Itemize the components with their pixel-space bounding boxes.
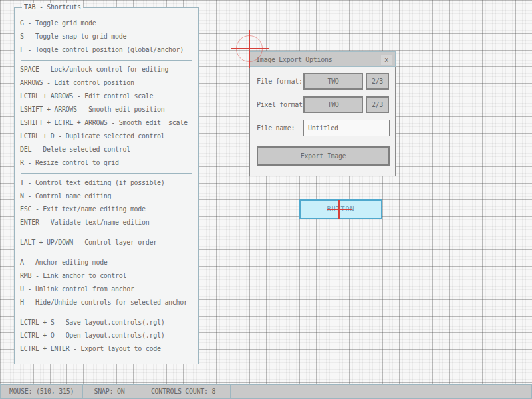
export-image-button[interactable]: Export Image [257,146,390,166]
pixel-format-spinner[interactable]: 2/3 [366,96,389,113]
shortcut-line: T - Control text editing (if possible) [20,176,193,190]
shortcut-line: S - Toggle snap to grid mode [20,30,193,43]
file-format-label: File format: [257,73,303,90]
close-icon[interactable]: x [381,55,392,65]
pixel-format-dropdown[interactable]: TWO [303,96,363,113]
shortcuts-divider [20,229,193,236]
shortcut-line: LCTRL + ARROWS - Edit control scale [20,90,193,103]
anchor-cross-icon [249,30,250,68]
shortcut-line: LSHIFT + ARROWS - Smooth edit position [20,103,193,116]
dialog-titlebar[interactable]: Image Export Options x [249,51,396,67]
shortcut-line: LCTRL + O - Open layout.controls(.rgl) [20,329,193,342]
status-bar: MOUSE: (510, 315) SNAP: ON CONTROLS COUN… [0,384,532,399]
file-format-spinner[interactable]: 2/3 [366,73,389,90]
status-empty-segment [230,384,532,399]
shortcut-line: LALT + UP/DOWN - Control layer order [20,236,193,249]
shortcut-line: R - Resize control to grid [20,156,193,170]
status-snap-mode: SNAP: ON [82,384,136,399]
shortcut-line: LCTRL + D - Duplicate selected control [20,130,193,143]
shortcut-line: U - Unlink control from anchor [20,283,193,296]
shortcuts-divider [20,57,193,63]
file-name-input[interactable]: Untitled [303,120,390,136]
shortcut-line: N - Control name editing [20,190,193,203]
shortcut-line: G - Toggle grid mode [20,17,193,30]
file-name-label: File name: [257,120,295,136]
shortcut-line: LCTRL + ENTER - Export layout to code [20,342,193,356]
shortcut-line: ARROWS - Edit control position [20,76,193,90]
shortcut-line: RMB - Link anchor to control [20,269,193,283]
shortcut-line: ESC - Exit text/name editing mode [20,203,193,216]
shortcuts-panel-title: TAB - Shortcuts [22,3,83,11]
shortcuts-list: G - Toggle grid modeS - Toggle snap to g… [20,17,193,356]
shortcut-line: LSHIFT + LCTRL + ARROWS - Smooth edit sc… [20,116,193,130]
dialog-title: Image Export Options [256,52,332,68]
shortcut-line: A - Anchor editing mode [20,256,193,269]
status-mouse-position: MOUSE: (510, 315) [0,384,83,399]
status-controls-count: CONTROLS COUNT: 8 [136,384,231,399]
shortcuts-divider [20,249,193,256]
shortcut-line: DEL - Delete selected control [20,143,193,156]
shortcuts-divider [20,170,193,176]
shortcut-line: H - Hide/Unhide controls for selected an… [20,296,193,309]
shortcut-line: F - Toggle control position (global/anch… [20,43,193,57]
shortcut-line: SPACE - Lock/unlock control for editing [20,63,193,76]
rguilayout-app: TAB - Shortcuts G - Toggle grid modeS - … [0,0,532,399]
pixel-format-label: Pixel format: [257,96,306,113]
dialog-body: File format: TWO 2/3 Pixel format: TWO 2… [249,67,396,176]
file-format-dropdown[interactable]: TWO [303,73,363,90]
shortcuts-panel: TAB - Shortcuts G - Toggle grid modeS - … [14,7,199,364]
shortcut-line: ENTER - Validate text/name edition [20,216,193,229]
shortcut-line: LCTRL + S - Save layout.controls(.rgl) [20,316,193,329]
image-export-dialog: Image Export Options x File format: TWO … [249,51,396,176]
mouse-crosshair-icon [338,200,340,219]
shortcuts-divider [20,309,193,316]
